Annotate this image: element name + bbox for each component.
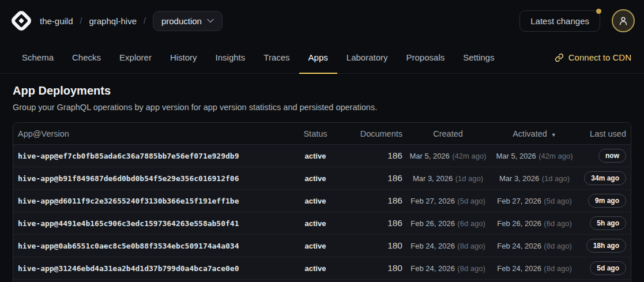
created-cell: Feb 24, 2026 (8d ago) bbox=[405, 263, 491, 273]
tab-label: Traces bbox=[263, 52, 289, 62]
breadcrumb: the-guild / graphql-hive / production bbox=[40, 11, 223, 31]
table-header-row: App@Version Status Documents Created Act… bbox=[13, 123, 631, 145]
table-row[interactable]: hive-app@0ab6551c0aec8c5e0b88f3534ebc509… bbox=[13, 235, 631, 257]
app-version-cell[interactable]: hive-app@4491e4b165c906c3edc1597364263e5… bbox=[18, 219, 289, 228]
tab-settings[interactable]: Settings bbox=[454, 42, 503, 74]
created-relative: (5d ago) bbox=[457, 197, 485, 205]
created-cell: Feb 26, 2026 (6d ago) bbox=[405, 218, 491, 228]
activated-relative: (5d ago) bbox=[544, 197, 571, 205]
tab-schema[interactable]: Schema bbox=[13, 42, 63, 74]
app-version-cell[interactable]: hive-app@b91f849687de6d0bd0b54f5e29e356c… bbox=[18, 174, 289, 183]
created-relative: (42m ago) bbox=[452, 152, 486, 160]
created-date: Mar 5, 2026 bbox=[409, 152, 449, 160]
created-date: Feb 24, 2026 bbox=[410, 242, 455, 250]
activated-cell: Mar 5, 2026 (42m ago) bbox=[491, 151, 578, 161]
activated-date: Feb 24, 2026 bbox=[497, 242, 541, 250]
latest-changes-label: Latest changes bbox=[530, 16, 589, 26]
table-row-partial[interactable] bbox=[13, 280, 631, 282]
tab-label: Apps bbox=[308, 52, 328, 62]
created-cell: Feb 24, 2026 (8d ago) bbox=[405, 240, 491, 251]
target-selector[interactable]: production bbox=[153, 11, 223, 31]
status-badge: active bbox=[305, 197, 326, 205]
tab-apps[interactable]: Apps bbox=[299, 42, 337, 74]
tab-checks[interactable]: Checks bbox=[63, 42, 110, 74]
tab-label: Laboratory bbox=[347, 52, 388, 62]
created-date: Mar 3, 2026 bbox=[413, 174, 453, 183]
activated-relative: (8d ago) bbox=[544, 264, 571, 273]
created-cell: Mar 3, 2026 (1d ago) bbox=[405, 173, 491, 183]
documents-count: 186 bbox=[387, 151, 402, 160]
last-used-badge: 34m ago bbox=[584, 171, 626, 185]
column-header-documents[interactable]: Documents bbox=[341, 129, 405, 138]
tab-label: Schema bbox=[22, 52, 54, 62]
tab-navigation: Schema Checks Explorer History Insights … bbox=[0, 42, 644, 74]
created-relative: (8d ago) bbox=[457, 264, 485, 273]
activated-date: Feb 24, 2026 bbox=[497, 264, 541, 273]
documents-count: 180 bbox=[387, 263, 402, 273]
last-used-badge: now bbox=[598, 149, 626, 163]
tab-label: Insights bbox=[216, 52, 246, 62]
column-header-app-version[interactable]: App@Version bbox=[18, 129, 289, 138]
activated-relative: (8d ago) bbox=[544, 242, 571, 250]
created-date: Feb 27, 2026 bbox=[410, 197, 455, 205]
created-cell: Mar 5, 2026 (42m ago) bbox=[405, 151, 491, 161]
user-avatar[interactable] bbox=[612, 9, 635, 32]
status-badge: active bbox=[305, 152, 326, 160]
top-header: the-guild / graphql-hive / production La… bbox=[0, 0, 644, 42]
activated-relative: (1d ago) bbox=[542, 174, 570, 183]
tab-explorer[interactable]: Explorer bbox=[110, 42, 161, 74]
notification-dot bbox=[596, 9, 601, 14]
tab-traces[interactable]: Traces bbox=[254, 42, 299, 74]
app-deployments-table: App@Version Status Documents Created Act… bbox=[13, 122, 631, 282]
tab-laboratory[interactable]: Laboratory bbox=[337, 42, 397, 74]
app-version-cell[interactable]: hive-app@ef7cb0fb85ada6c36a7885bb7e56ef0… bbox=[18, 152, 289, 160]
connect-to-cdn-link[interactable]: Connect to CDN bbox=[555, 52, 631, 62]
documents-count: 186 bbox=[387, 218, 402, 228]
last-used-badge: 5d ago bbox=[590, 261, 626, 275]
documents-count: 180 bbox=[387, 240, 402, 250]
last-used-badge: 9m ago bbox=[588, 194, 626, 208]
user-icon bbox=[617, 15, 629, 27]
breadcrumb-separator: / bbox=[80, 16, 82, 25]
activated-cell: Mar 3, 2026 (1d ago) bbox=[491, 173, 578, 183]
activated-cell: Feb 24, 2026 (8d ago) bbox=[491, 240, 578, 251]
column-header-activated[interactable]: Activated▼ bbox=[491, 129, 578, 138]
hive-logo-icon[interactable] bbox=[9, 9, 33, 33]
latest-changes-button[interactable]: Latest changes bbox=[519, 10, 600, 32]
activated-relative: (6d ago) bbox=[544, 219, 571, 228]
sort-descending-icon: ▼ bbox=[551, 132, 556, 138]
app-version-cell[interactable]: hive-app@d6011f9c2e32655240f3130b366e15f… bbox=[18, 197, 289, 205]
table-row[interactable]: hive-app@ef7cb0fb85ada6c36a7885bb7e56ef0… bbox=[13, 145, 631, 167]
activated-date: Mar 3, 2026 bbox=[499, 174, 539, 183]
breadcrumb-org[interactable]: the-guild bbox=[40, 16, 73, 26]
link-icon bbox=[555, 53, 564, 62]
created-cell: Feb 27, 2026 (5d ago) bbox=[405, 195, 491, 206]
column-header-status[interactable]: Status bbox=[289, 129, 341, 138]
table-row[interactable]: hive-app@b91f849687de6d0bd0b54f5e29e356c… bbox=[13, 167, 631, 190]
tab-label: History bbox=[170, 52, 197, 62]
tab-history[interactable]: History bbox=[161, 42, 206, 74]
tab-label: Settings bbox=[463, 52, 494, 62]
table-row[interactable]: hive-app@31246ebd4a31ea2b4d1d37b799d0a4b… bbox=[13, 257, 631, 280]
status-badge: active bbox=[305, 174, 326, 183]
page-title: App Deployments bbox=[13, 83, 631, 98]
breadcrumb-separator: / bbox=[144, 16, 146, 25]
activated-cell: Feb 27, 2026 (5d ago) bbox=[491, 195, 578, 206]
activated-date: Mar 5, 2026 bbox=[496, 152, 536, 160]
created-relative: (8d ago) bbox=[457, 242, 485, 250]
table-row[interactable]: hive-app@4491e4b165c906c3edc1597364263e5… bbox=[13, 212, 631, 235]
column-header-created[interactable]: Created bbox=[405, 129, 491, 138]
status-badge: active bbox=[305, 242, 326, 250]
tab-label: Proposals bbox=[406, 52, 445, 62]
activated-date: Feb 26, 2026 bbox=[497, 219, 541, 228]
last-used-badge: 5h ago bbox=[590, 216, 626, 230]
documents-count: 186 bbox=[387, 173, 402, 183]
tab-label: Explorer bbox=[119, 52, 152, 62]
column-header-last-used[interactable]: Last used bbox=[578, 129, 626, 138]
breadcrumb-project[interactable]: graphql-hive bbox=[89, 16, 137, 26]
table-row[interactable]: hive-app@d6011f9c2e32655240f3130b366e15f… bbox=[13, 190, 631, 212]
tab-insights[interactable]: Insights bbox=[206, 42, 255, 74]
tab-proposals[interactable]: Proposals bbox=[397, 42, 454, 74]
app-version-cell[interactable]: hive-app@0ab6551c0aec8c5e0b88f3534ebc509… bbox=[18, 242, 289, 250]
app-version-cell[interactable]: hive-app@31246ebd4a31ea2b4d1d37b799d0a4b… bbox=[18, 264, 289, 273]
